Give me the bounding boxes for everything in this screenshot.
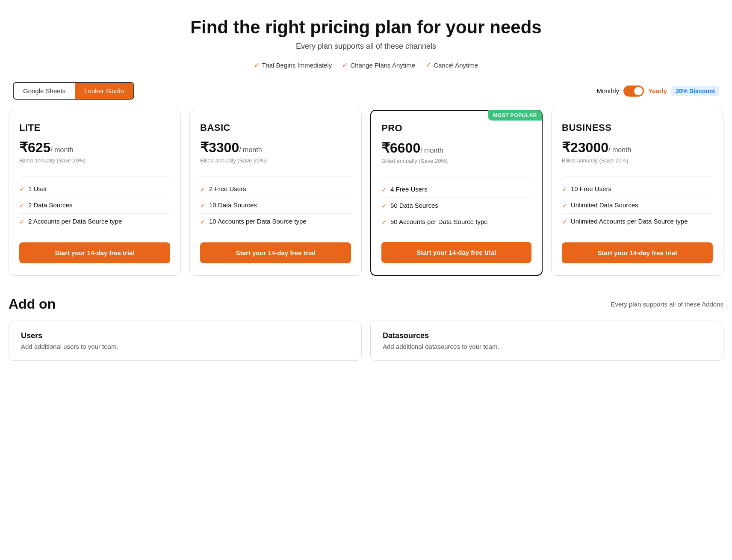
check-icon: ✓ bbox=[562, 202, 567, 209]
check-icon: ✓ bbox=[381, 218, 387, 226]
addon-section: Add on Every plan supports all of these … bbox=[9, 296, 723, 361]
list-item: ✓2 Accounts per Data Source type bbox=[19, 214, 170, 230]
plan-features-lite: ✓1 User ✓2 Data Sources ✓2 Accounts per … bbox=[19, 181, 170, 230]
addon-card-users: Users Add additional users to your team. bbox=[9, 321, 362, 361]
billing-toggle: Monthly Yearly 20% Discount bbox=[596, 85, 719, 97]
check-icon: ✓ bbox=[19, 218, 25, 226]
plans-grid: LITE ₹625/ month Billed annually (Save 2… bbox=[9, 110, 723, 276]
check-icon-trial: ✓ bbox=[254, 61, 260, 69]
tab-switcher: Google Sheets Looker Studio bbox=[13, 82, 134, 100]
tab-looker-studio[interactable]: Looker Studio bbox=[75, 83, 133, 99]
list-item: ✓50 Data Sources bbox=[381, 198, 531, 214]
discount-badge: 20% Discount bbox=[671, 86, 719, 96]
list-item: ✓Unlimited Accounts per Data Source type bbox=[562, 214, 713, 230]
check-icon: ✓ bbox=[200, 202, 206, 209]
page-subtitle: Every plan supports all of these channel… bbox=[9, 42, 723, 51]
trust-badges: ✓ Trial Begins Immediately ✓ Change Plan… bbox=[9, 61, 723, 69]
list-item: ✓10 Data Sources bbox=[200, 197, 351, 214]
check-icon-change: ✓ bbox=[342, 61, 348, 69]
list-item: ✓50 Accounts per Data Source type bbox=[381, 214, 531, 230]
addon-title: Add on bbox=[9, 296, 56, 312]
list-item: ✓10 Free Users bbox=[562, 181, 713, 197]
plan-card-business: BUSINESS ₹23000/ month Billed annually (… bbox=[551, 110, 723, 276]
list-item: ✓1 User bbox=[19, 181, 170, 197]
plan-price-business: ₹23000/ month bbox=[562, 139, 713, 156]
plan-name-pro: PRO bbox=[381, 123, 531, 134]
plan-features-business: ✓10 Free Users ✓Unlimited Data Sources ✓… bbox=[562, 181, 713, 230]
tab-google-sheets[interactable]: Google Sheets bbox=[14, 83, 75, 99]
check-icon-cancel: ✓ bbox=[425, 61, 431, 69]
trust-label-cancel: Cancel Anytime bbox=[434, 62, 478, 69]
plan-billing-lite: Billed annually (Save 20%) bbox=[19, 157, 170, 164]
plan-price-basic: ₹3300/ month bbox=[200, 139, 351, 156]
plan-features-pro: ✓4 Free Users ✓50 Data Sources ✓50 Accou… bbox=[381, 182, 531, 230]
check-icon: ✓ bbox=[381, 202, 387, 210]
trust-badge-change: ✓ Change Plans Anytime bbox=[342, 61, 415, 69]
check-icon: ✓ bbox=[19, 202, 25, 209]
billing-toggle-switch[interactable] bbox=[623, 85, 644, 97]
list-item: ✓10 Accounts per Data Source type bbox=[200, 214, 351, 230]
plan-card-pro: MOST POPULAR PRO ₹6600/ month Billed ann… bbox=[370, 110, 543, 276]
check-icon: ✓ bbox=[200, 186, 206, 193]
plan-price-lite: ₹625/ month bbox=[19, 139, 170, 156]
monthly-label: Monthly bbox=[596, 87, 619, 94]
most-popular-badge: MOST POPULAR bbox=[488, 110, 542, 121]
addon-grid: Users Add additional users to your team.… bbox=[9, 321, 723, 361]
addon-card-title-users: Users bbox=[21, 331, 349, 340]
check-icon: ✓ bbox=[562, 218, 567, 226]
page-title: Find the right pricing plan for your nee… bbox=[9, 17, 723, 38]
cta-button-business[interactable]: Start your 14-day free trial bbox=[562, 242, 713, 263]
addon-header-row: Add on Every plan supports all of these … bbox=[9, 296, 723, 312]
list-item: ✓4 Free Users bbox=[381, 182, 531, 198]
yearly-label: Yearly bbox=[648, 87, 667, 94]
cta-button-pro[interactable]: Start your 14-day free trial bbox=[381, 242, 531, 263]
plan-features-basic: ✓2 Free Users ✓10 Data Sources ✓10 Accou… bbox=[200, 181, 351, 230]
addon-card-datasources: Datasources Add additional datasources t… bbox=[370, 321, 723, 361]
controls-row: Google Sheets Looker Studio Monthly Year… bbox=[9, 82, 723, 100]
check-icon: ✓ bbox=[562, 186, 567, 193]
check-icon: ✓ bbox=[19, 186, 25, 193]
trust-label-change: Change Plans Anytime bbox=[350, 62, 415, 69]
plan-name-business: BUSINESS bbox=[562, 122, 713, 133]
plan-billing-basic: Billed annually (Save 20%) bbox=[200, 157, 351, 164]
addon-card-title-datasources: Datasources bbox=[383, 331, 711, 340]
trust-badge-trial: ✓ Trial Begins Immediately bbox=[254, 61, 332, 69]
addon-card-desc-users: Add additional users to your team. bbox=[21, 343, 349, 350]
list-item: ✓2 Data Sources bbox=[19, 197, 170, 214]
cta-button-lite[interactable]: Start your 14-day free trial bbox=[19, 242, 170, 263]
trust-badge-cancel: ✓ Cancel Anytime bbox=[425, 61, 478, 69]
addon-subtitle: Every plan supports all of these Addons bbox=[611, 301, 724, 308]
plan-billing-business: Billed annually (Save 20%) bbox=[562, 157, 713, 164]
list-item: ✓Unlimited Data Sources bbox=[562, 197, 713, 214]
addon-card-desc-datasources: Add additional datasources to your team. bbox=[383, 343, 711, 350]
plan-name-lite: LITE bbox=[19, 122, 170, 133]
plan-name-basic: BASIC bbox=[200, 122, 351, 133]
check-icon: ✓ bbox=[200, 218, 206, 226]
plan-billing-pro: Billed annually (Save 20%) bbox=[381, 158, 531, 164]
trust-label-trial: Trial Begins Immediately bbox=[262, 62, 332, 69]
cta-button-basic[interactable]: Start your 14-day free trial bbox=[200, 242, 351, 263]
plan-card-basic: BASIC ₹3300/ month Billed annually (Save… bbox=[189, 110, 362, 276]
plan-card-lite: LITE ₹625/ month Billed annually (Save 2… bbox=[9, 110, 181, 276]
plan-price-pro: ₹6600/ month bbox=[381, 140, 531, 156]
list-item: ✓2 Free Users bbox=[200, 181, 351, 197]
check-icon: ✓ bbox=[381, 186, 387, 194]
toggle-slider bbox=[623, 85, 644, 97]
